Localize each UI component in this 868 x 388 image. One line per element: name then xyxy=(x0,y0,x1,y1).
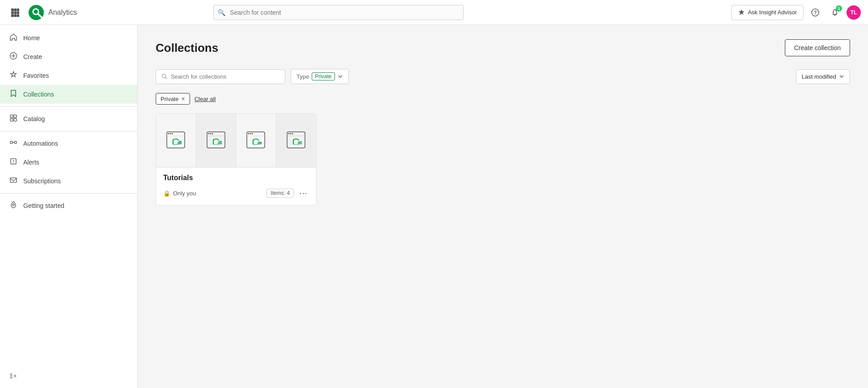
sidebar-bottom xyxy=(0,367,137,384)
sidebar-item-automations[interactable]: Automations xyxy=(0,134,137,153)
sidebar-divider-2 xyxy=(0,131,137,131)
user-avatar[interactable]: TL xyxy=(847,5,861,20)
collections-grid: Tutorials 🔒 Only you Items: 4 ⋯ xyxy=(156,114,850,206)
thumbnail-icon-1 xyxy=(165,130,186,152)
svg-rect-40 xyxy=(179,141,182,144)
more-options-button[interactable]: ⋯ xyxy=(297,187,309,199)
global-search-bar: 🔍 xyxy=(213,5,464,20)
svg-rect-41 xyxy=(178,142,179,144)
insight-advisor-button[interactable]: Ask Insight Advisor xyxy=(731,5,804,20)
global-search-input[interactable] xyxy=(213,5,464,20)
rocket-icon xyxy=(9,201,18,211)
grid-menu-button[interactable] xyxy=(7,4,23,21)
sort-label: Last modified xyxy=(802,73,836,80)
svg-rect-55 xyxy=(258,142,259,144)
sidebar-divider-3 xyxy=(0,193,137,194)
qlik-logo[interactable]: Analytics xyxy=(28,4,77,21)
insight-advisor-label: Ask Insight Advisor xyxy=(748,9,797,16)
svg-rect-20 xyxy=(10,118,13,121)
sidebar-item-getting-started[interactable]: Getting started xyxy=(0,196,137,215)
remove-filter-icon[interactable]: × xyxy=(181,95,185,102)
qlik-logo-svg xyxy=(28,4,45,21)
grid-icon xyxy=(11,8,20,17)
sidebar-item-catalog[interactable]: Catalog xyxy=(0,110,137,128)
svg-rect-2 xyxy=(17,8,19,11)
notifications-button[interactable]: 1 xyxy=(827,4,843,21)
type-filter[interactable]: Type Private xyxy=(291,69,349,84)
chevron-down-icon xyxy=(338,74,343,79)
private-filter-label: Private xyxy=(161,96,178,102)
page-title: Collections xyxy=(156,41,218,55)
sidebar-item-create[interactable]: Create xyxy=(0,47,137,66)
catalog-icon xyxy=(9,114,18,124)
thumbnail-icon-3 xyxy=(245,130,267,152)
notification-badge: 1 xyxy=(836,5,842,12)
sidebar-item-subscriptions[interactable]: Subscriptions xyxy=(0,172,137,190)
svg-rect-42 xyxy=(207,132,225,148)
help-button[interactable]: ? xyxy=(807,4,823,21)
svg-rect-19 xyxy=(14,115,17,118)
sidebar-label-automations: Automations xyxy=(23,140,58,147)
create-collection-button[interactable]: Create collection xyxy=(785,39,850,56)
insight-advisor-icon xyxy=(738,9,745,16)
svg-rect-21 xyxy=(14,118,17,121)
collections-search-input[interactable] xyxy=(171,73,279,80)
top-bar-right: Ask Insight Advisor ? 1 TL xyxy=(731,4,861,21)
svg-rect-8 xyxy=(17,14,19,17)
sidebar: Home Create Favorites Coll xyxy=(0,25,138,388)
app-title: Analytics xyxy=(48,8,77,17)
card-thumbnails xyxy=(156,114,316,168)
svg-rect-62 xyxy=(298,142,299,144)
svg-point-51 xyxy=(250,133,251,134)
sidebar-item-collections[interactable]: Collections xyxy=(0,85,137,104)
card-title: Tutorials xyxy=(163,174,309,182)
svg-point-27 xyxy=(13,163,14,163)
top-bar-left: Analytics xyxy=(7,4,77,21)
svg-rect-4 xyxy=(14,11,17,14)
help-icon: ? xyxy=(811,8,819,17)
thumbnail-4 xyxy=(276,114,317,167)
sidebar-item-favorites[interactable]: Favorites xyxy=(0,66,137,85)
svg-rect-28 xyxy=(10,178,17,182)
svg-point-29 xyxy=(13,204,14,206)
svg-point-59 xyxy=(292,133,293,134)
svg-point-11 xyxy=(34,9,38,14)
svg-rect-47 xyxy=(220,141,222,144)
svg-rect-22 xyxy=(10,141,13,143)
search-icon: 🔍 xyxy=(218,9,225,16)
collections-search-bar[interactable] xyxy=(156,69,285,84)
svg-rect-18 xyxy=(10,115,13,118)
sidebar-item-alerts[interactable]: Alerts xyxy=(0,153,137,172)
thumbnail-icon-2 xyxy=(205,130,227,152)
thumbnail-3 xyxy=(236,114,276,167)
svg-rect-49 xyxy=(247,132,265,148)
private-filter-tag[interactable]: Private × xyxy=(156,93,190,105)
svg-rect-7 xyxy=(14,14,17,17)
sidebar-label-alerts: Alerts xyxy=(23,159,39,166)
collapse-button[interactable] xyxy=(0,367,137,384)
svg-rect-35 xyxy=(167,132,185,148)
clear-all-button[interactable]: Clear all xyxy=(195,96,216,102)
home-icon xyxy=(9,33,18,43)
sidebar-label-catalog: Catalog xyxy=(23,115,45,122)
bookmark-icon xyxy=(9,89,18,99)
card-body: Tutorials 🔒 Only you Items: 4 ⋯ xyxy=(156,168,316,205)
sidebar-item-home[interactable]: Home xyxy=(0,29,137,47)
filters-row: Type Private Last modified xyxy=(156,69,850,84)
sidebar-label-create: Create xyxy=(23,53,42,60)
sort-dropdown[interactable]: Last modified xyxy=(796,69,850,84)
sidebar-label-favorites: Favorites xyxy=(23,72,49,79)
svg-rect-48 xyxy=(218,142,219,144)
items-badge: Items: 4 xyxy=(267,189,294,198)
type-value: Private xyxy=(312,72,334,80)
card-owner-label: Only you xyxy=(173,190,196,197)
svg-rect-1 xyxy=(14,8,17,11)
sidebar-label-home: Home xyxy=(23,34,40,42)
sort-chevron-icon xyxy=(839,74,844,79)
collections-search-icon xyxy=(161,73,167,80)
alerts-icon xyxy=(9,157,18,167)
svg-rect-61 xyxy=(300,141,302,144)
collection-card[interactable]: Tutorials 🔒 Only you Items: 4 ⋯ xyxy=(156,114,317,206)
collapse-icon xyxy=(9,372,17,380)
card-meta: Items: 4 ⋯ xyxy=(267,187,309,199)
